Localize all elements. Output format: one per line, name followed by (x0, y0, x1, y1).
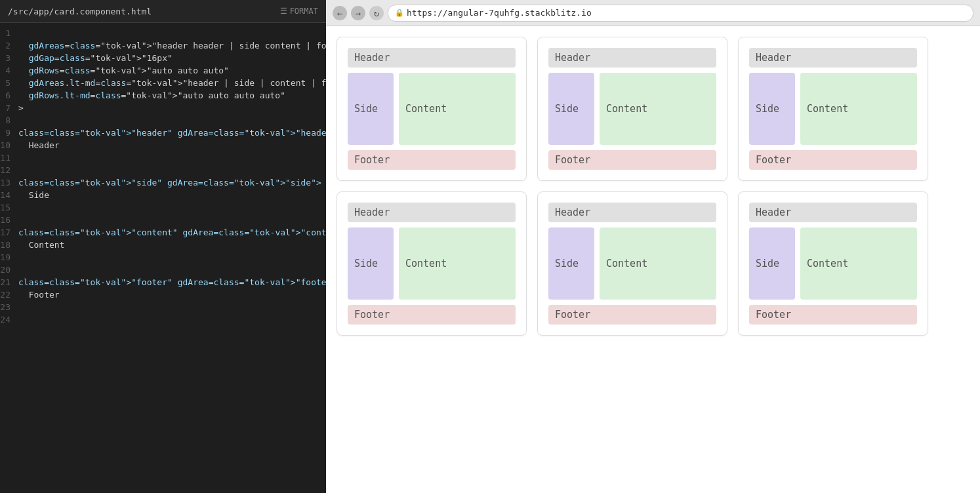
card-header: Header (348, 203, 516, 222)
card-content: Content (399, 73, 516, 145)
code-line: 18 Content (0, 240, 326, 252)
card-side: Side (548, 73, 594, 145)
card-header: Header (749, 48, 917, 68)
line-number: 12 (0, 165, 18, 175)
code-line: 3 gdGap=class="tok-val">"16px" (0, 53, 326, 66)
line-number: 13 (0, 178, 18, 187)
card-content: Content (800, 73, 917, 145)
line-number: 9 (0, 128, 18, 138)
browser-bar: ← → ↻ 🔒 https://angular-7quhfg.stackblit… (326, 0, 980, 26)
code-line: 8 (0, 115, 326, 128)
url-text: https://angular-7quhfg.stackblitz.io (407, 8, 592, 18)
browser-panel: ← → ↻ 🔒 https://angular-7quhfg.stackblit… (326, 0, 980, 493)
lock-icon: 🔒 (395, 9, 404, 17)
line-content (18, 265, 24, 275)
code-line: 23 (0, 302, 326, 315)
line-content: gdRows=class="tok-val">"auto auto auto" (18, 66, 229, 75)
line-number: 2 (0, 41, 18, 50)
line-content: > (18, 103, 24, 113)
card-content: Content (600, 227, 716, 300)
card-footer: Footer (548, 150, 716, 170)
grid-card: Header Side Content Footer (337, 37, 527, 181)
code-line: 16 (0, 215, 326, 227)
line-content: class=class="tok-val">"footer" gdArea=cl… (18, 277, 326, 287)
line-number: 15 (0, 203, 18, 212)
back-button[interactable]: ← (333, 6, 347, 20)
card-header: Header (548, 48, 716, 68)
code-line: 9class=class="tok-val">"header" gdArea=c… (0, 128, 326, 140)
grid-card: Header Side Content Footer (738, 37, 928, 181)
line-number: 10 (0, 140, 18, 150)
card-side: Side (548, 227, 594, 300)
line-content: class=class="tok-val">"side" gdArea=clas… (18, 178, 321, 187)
line-number: 14 (0, 190, 18, 200)
line-content: gdAreas=class="tok-val">"header header |… (18, 41, 326, 50)
code-line: 10 Header (0, 140, 326, 153)
card-side: Side (749, 73, 795, 145)
line-number: 19 (0, 252, 18, 262)
code-line: 21class=class="tok-val">"footer" gdArea=… (0, 277, 326, 290)
format-icon: ☰ (280, 7, 287, 16)
line-number: 11 (0, 153, 18, 163)
line-number: 23 (0, 302, 18, 312)
reload-button[interactable]: ↻ (369, 6, 384, 20)
line-content: gdGap=class="tok-val">"16px" (18, 53, 173, 63)
grid-card: Header Side Content Footer (537, 37, 727, 181)
line-number: 20 (0, 265, 18, 275)
editor-tab-bar: /src/app/card.component.html ☰ FORMAT (0, 0, 326, 23)
code-line: 6 gdRows.lt-md=class="tok-val">"auto aut… (0, 90, 326, 103)
format-button[interactable]: ☰ FORMAT (280, 7, 318, 16)
line-content: class=class="tok-val">"content" gdArea=c… (18, 227, 326, 237)
code-line: 14 Side (0, 190, 326, 203)
card-footer: Footer (749, 305, 917, 325)
line-number: 1 (0, 28, 18, 38)
line-number: 4 (0, 66, 18, 75)
line-number: 8 (0, 115, 18, 125)
line-content: Content (18, 240, 64, 250)
card-footer: Footer (348, 305, 516, 325)
code-line: 12 (0, 165, 326, 178)
line-number: 17 (0, 227, 18, 237)
line-content: gdRows.lt-md=class="tok-val">"auto auto … (18, 90, 285, 100)
line-number: 16 (0, 215, 18, 225)
line-number: 5 (0, 78, 18, 88)
line-number: 21 (0, 277, 18, 287)
line-content: Footer (18, 290, 60, 300)
line-number: 3 (0, 53, 18, 63)
code-line: 1 (0, 28, 326, 41)
card-footer: Footer (348, 150, 516, 170)
card-side: Side (348, 73, 394, 145)
code-line: 19 (0, 252, 326, 265)
editor-tab-label: /src/app/card.component.html (8, 7, 152, 16)
grid-card: Header Side Content Footer (337, 191, 527, 336)
grid-card: Header Side Content Footer (738, 191, 928, 336)
code-line: 13class=class="tok-val">"side" gdArea=cl… (0, 178, 326, 190)
code-line: 2 gdAreas=class="tok-val">"header header… (0, 41, 326, 53)
line-content: Header (18, 140, 60, 150)
card-content: Content (600, 73, 716, 145)
line-content: gdAreas.lt-md=class="tok-val">"header | … (18, 78, 326, 88)
card-side: Side (749, 227, 795, 300)
editor-panel: /src/app/card.component.html ☰ FORMAT 12… (0, 0, 326, 493)
code-line: 11 (0, 153, 326, 165)
code-area: 12 gdAreas=class="tok-val">"header heade… (0, 23, 326, 493)
card-header: Header (348, 48, 516, 68)
line-content (18, 215, 24, 225)
code-line: 7> (0, 103, 326, 115)
line-content (18, 115, 24, 125)
card-content: Content (399, 227, 516, 300)
card-content: Content (800, 227, 917, 300)
card-footer: Footer (548, 305, 716, 325)
code-line: 4 gdRows=class="tok-val">"auto auto auto… (0, 66, 326, 78)
line-number: 24 (0, 315, 18, 325)
format-label: FORMAT (290, 7, 318, 16)
code-line: 5 gdAreas.lt-md=class="tok-val">"header … (0, 78, 326, 90)
card-header: Header (548, 203, 716, 222)
line-number: 7 (0, 103, 18, 113)
line-content (18, 165, 24, 175)
code-line: 15 (0, 203, 326, 215)
forward-button[interactable]: → (351, 6, 365, 20)
line-number: 22 (0, 290, 18, 300)
line-number: 6 (0, 90, 18, 100)
url-bar[interactable]: 🔒 https://angular-7quhfg.stackblitz.io (388, 5, 973, 22)
